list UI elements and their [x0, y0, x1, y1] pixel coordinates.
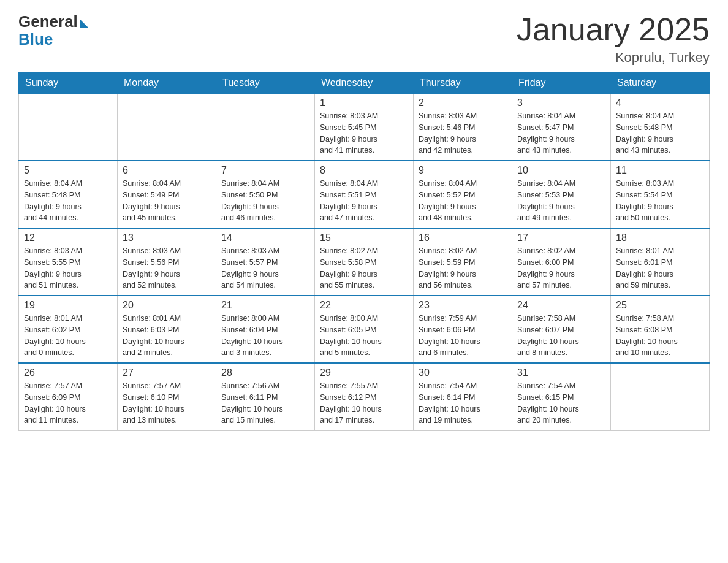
calendar-day-cell: 11Sunrise: 8:03 AM Sunset: 5:54 PM Dayli… [611, 161, 710, 228]
day-info: Sunrise: 8:03 AM Sunset: 5:45 PM Dayligh… [320, 110, 408, 156]
day-info: Sunrise: 7:54 AM Sunset: 6:14 PM Dayligh… [419, 380, 507, 426]
day-info: Sunrise: 7:58 AM Sunset: 6:08 PM Dayligh… [616, 313, 704, 359]
day-number: 16 [419, 232, 507, 243]
logo: General Blue [18, 12, 88, 49]
calendar-day-cell [118, 94, 216, 161]
day-number: 13 [123, 232, 211, 243]
day-info: Sunrise: 7:54 AM Sunset: 6:15 PM Dayligh… [517, 380, 605, 426]
calendar-day-cell: 20Sunrise: 8:01 AM Sunset: 6:03 PM Dayli… [118, 296, 216, 363]
day-info: Sunrise: 8:03 AM Sunset: 5:46 PM Dayligh… [419, 110, 507, 156]
day-info: Sunrise: 8:02 AM Sunset: 5:59 PM Dayligh… [419, 245, 507, 291]
day-info: Sunrise: 7:57 AM Sunset: 6:09 PM Dayligh… [24, 380, 112, 426]
day-number: 24 [517, 300, 605, 311]
day-number: 2 [419, 98, 507, 109]
calendar-day-cell: 16Sunrise: 8:02 AM Sunset: 5:59 PM Dayli… [414, 228, 512, 296]
day-number: 3 [517, 98, 605, 109]
day-info: Sunrise: 8:01 AM Sunset: 6:03 PM Dayligh… [123, 313, 211, 359]
calendar-day-cell: 9Sunrise: 8:04 AM Sunset: 5:52 PM Daylig… [414, 161, 512, 228]
calendar-day-cell: 22Sunrise: 8:00 AM Sunset: 6:05 PM Dayli… [315, 296, 414, 363]
day-number: 17 [517, 232, 605, 243]
calendar-day-cell: 28Sunrise: 7:56 AM Sunset: 6:11 PM Dayli… [216, 363, 315, 431]
day-number: 11 [616, 165, 704, 176]
calendar-day-cell: 26Sunrise: 7:57 AM Sunset: 6:09 PM Dayli… [19, 363, 118, 431]
day-info: Sunrise: 8:04 AM Sunset: 5:51 PM Dayligh… [320, 178, 408, 224]
calendar-day-cell [19, 94, 118, 161]
calendar-day-cell: 8Sunrise: 8:04 AM Sunset: 5:51 PM Daylig… [315, 161, 414, 228]
calendar-day-cell: 18Sunrise: 8:01 AM Sunset: 6:01 PM Dayli… [611, 228, 710, 296]
logo-arrow-icon [80, 19, 88, 28]
calendar-day-header: Monday [118, 72, 216, 94]
calendar-day-header: Thursday [414, 72, 512, 94]
day-info: Sunrise: 8:00 AM Sunset: 6:05 PM Dayligh… [320, 313, 408, 359]
day-number: 27 [123, 367, 211, 378]
day-info: Sunrise: 8:02 AM Sunset: 6:00 PM Dayligh… [517, 245, 605, 291]
day-info: Sunrise: 8:00 AM Sunset: 6:04 PM Dayligh… [221, 313, 309, 359]
calendar-day-header: Wednesday [315, 72, 414, 94]
calendar-day-cell: 25Sunrise: 7:58 AM Sunset: 6:08 PM Dayli… [611, 296, 710, 363]
calendar-day-cell: 10Sunrise: 8:04 AM Sunset: 5:53 PM Dayli… [512, 161, 611, 228]
logo-blue-text: Blue [18, 30, 53, 49]
calendar-day-cell: 12Sunrise: 8:03 AM Sunset: 5:55 PM Dayli… [19, 228, 118, 296]
calendar-week-row: 12Sunrise: 8:03 AM Sunset: 5:55 PM Dayli… [19, 228, 710, 296]
day-info: Sunrise: 8:04 AM Sunset: 5:50 PM Dayligh… [221, 178, 309, 224]
day-number: 23 [419, 300, 507, 311]
calendar-day-cell: 30Sunrise: 7:54 AM Sunset: 6:14 PM Dayli… [414, 363, 512, 431]
calendar-day-header: Sunday [19, 72, 118, 94]
calendar-day-cell: 5Sunrise: 8:04 AM Sunset: 5:48 PM Daylig… [19, 161, 118, 228]
day-number: 28 [221, 367, 309, 378]
day-info: Sunrise: 8:04 AM Sunset: 5:48 PM Dayligh… [616, 110, 704, 156]
calendar-header-row: SundayMondayTuesdayWednesdayThursdayFrid… [19, 72, 710, 94]
day-number: 12 [24, 232, 112, 243]
day-number: 30 [419, 367, 507, 378]
calendar-day-cell: 31Sunrise: 7:54 AM Sunset: 6:15 PM Dayli… [512, 363, 611, 431]
day-number: 9 [419, 165, 507, 176]
day-info: Sunrise: 7:55 AM Sunset: 6:12 PM Dayligh… [320, 380, 408, 426]
day-info: Sunrise: 8:04 AM Sunset: 5:52 PM Dayligh… [419, 178, 507, 224]
calendar-day-cell: 15Sunrise: 8:02 AM Sunset: 5:58 PM Dayli… [315, 228, 414, 296]
day-info: Sunrise: 7:59 AM Sunset: 6:06 PM Dayligh… [419, 313, 507, 359]
day-number: 14 [221, 232, 309, 243]
day-number: 29 [320, 367, 408, 378]
calendar-day-cell: 7Sunrise: 8:04 AM Sunset: 5:50 PM Daylig… [216, 161, 315, 228]
day-number: 8 [320, 165, 408, 176]
calendar-day-cell: 13Sunrise: 8:03 AM Sunset: 5:56 PM Dayli… [118, 228, 216, 296]
calendar-day-header: Friday [512, 72, 611, 94]
calendar-day-cell: 4Sunrise: 8:04 AM Sunset: 5:48 PM Daylig… [611, 94, 710, 161]
day-number: 7 [221, 165, 309, 176]
calendar-week-row: 19Sunrise: 8:01 AM Sunset: 6:02 PM Dayli… [19, 296, 710, 363]
calendar-day-cell: 14Sunrise: 8:03 AM Sunset: 5:57 PM Dayli… [216, 228, 315, 296]
day-info: Sunrise: 8:03 AM Sunset: 5:57 PM Dayligh… [221, 245, 309, 291]
day-info: Sunrise: 8:03 AM Sunset: 5:54 PM Dayligh… [616, 178, 704, 224]
calendar-day-cell: 2Sunrise: 8:03 AM Sunset: 5:46 PM Daylig… [414, 94, 512, 161]
title-block: January 2025 Koprulu, Turkey [517, 12, 710, 66]
day-info: Sunrise: 8:04 AM Sunset: 5:48 PM Dayligh… [24, 178, 112, 224]
logo-general-text: General [18, 12, 78, 31]
calendar-location: Koprulu, Turkey [517, 50, 710, 66]
calendar-day-cell: 29Sunrise: 7:55 AM Sunset: 6:12 PM Dayli… [315, 363, 414, 431]
day-number: 20 [123, 300, 211, 311]
day-info: Sunrise: 8:04 AM Sunset: 5:53 PM Dayligh… [517, 178, 605, 224]
day-info: Sunrise: 7:58 AM Sunset: 6:07 PM Dayligh… [517, 313, 605, 359]
calendar-day-cell: 23Sunrise: 7:59 AM Sunset: 6:06 PM Dayli… [414, 296, 512, 363]
day-info: Sunrise: 8:01 AM Sunset: 6:01 PM Dayligh… [616, 245, 704, 291]
day-number: 26 [24, 367, 112, 378]
day-number: 4 [616, 98, 704, 109]
day-number: 6 [123, 165, 211, 176]
day-number: 15 [320, 232, 408, 243]
day-info: Sunrise: 8:02 AM Sunset: 5:58 PM Dayligh… [320, 245, 408, 291]
page-header: General Blue January 2025 Koprulu, Turke… [18, 12, 710, 66]
day-info: Sunrise: 8:03 AM Sunset: 5:55 PM Dayligh… [24, 245, 112, 291]
calendar-table: SundayMondayTuesdayWednesdayThursdayFrid… [18, 72, 710, 431]
day-info: Sunrise: 7:56 AM Sunset: 6:11 PM Dayligh… [221, 380, 309, 426]
day-info: Sunrise: 8:03 AM Sunset: 5:56 PM Dayligh… [123, 245, 211, 291]
calendar-day-cell: 6Sunrise: 8:04 AM Sunset: 5:49 PM Daylig… [118, 161, 216, 228]
day-number: 5 [24, 165, 112, 176]
calendar-week-row: 26Sunrise: 7:57 AM Sunset: 6:09 PM Dayli… [19, 363, 710, 431]
calendar-header: SundayMondayTuesdayWednesdayThursdayFrid… [19, 72, 710, 94]
calendar-week-row: 5Sunrise: 8:04 AM Sunset: 5:48 PM Daylig… [19, 161, 710, 228]
calendar-day-cell: 1Sunrise: 8:03 AM Sunset: 5:45 PM Daylig… [315, 94, 414, 161]
day-number: 10 [517, 165, 605, 176]
calendar-day-cell: 19Sunrise: 8:01 AM Sunset: 6:02 PM Dayli… [19, 296, 118, 363]
calendar-day-cell [611, 363, 710, 431]
calendar-day-cell: 21Sunrise: 8:00 AM Sunset: 6:04 PM Dayli… [216, 296, 315, 363]
